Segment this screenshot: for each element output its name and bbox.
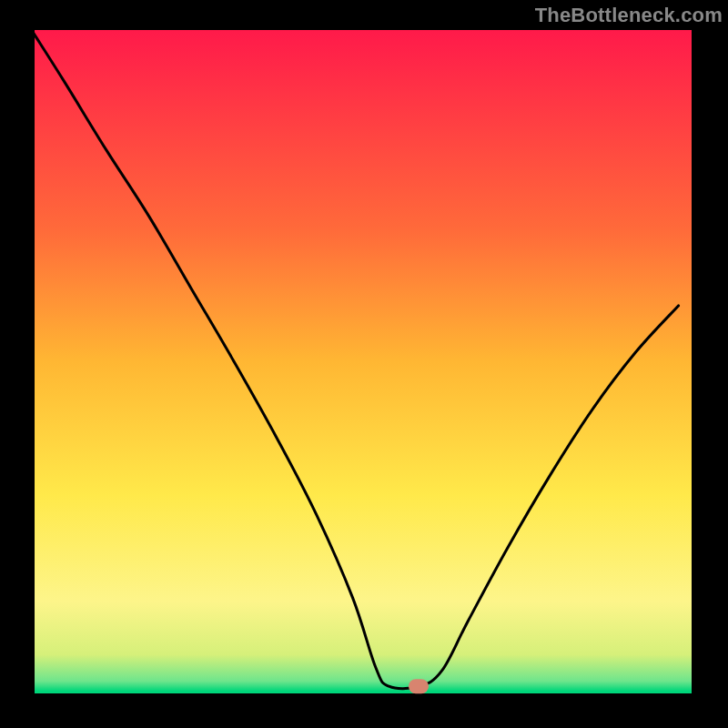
plot-area [34, 30, 692, 694]
chart-container: TheBottleneck.com [0, 0, 728, 728]
watermark-label: TheBottleneck.com [535, 4, 723, 27]
optimal-marker [409, 679, 429, 693]
bottleneck-chart [0, 0, 728, 728]
